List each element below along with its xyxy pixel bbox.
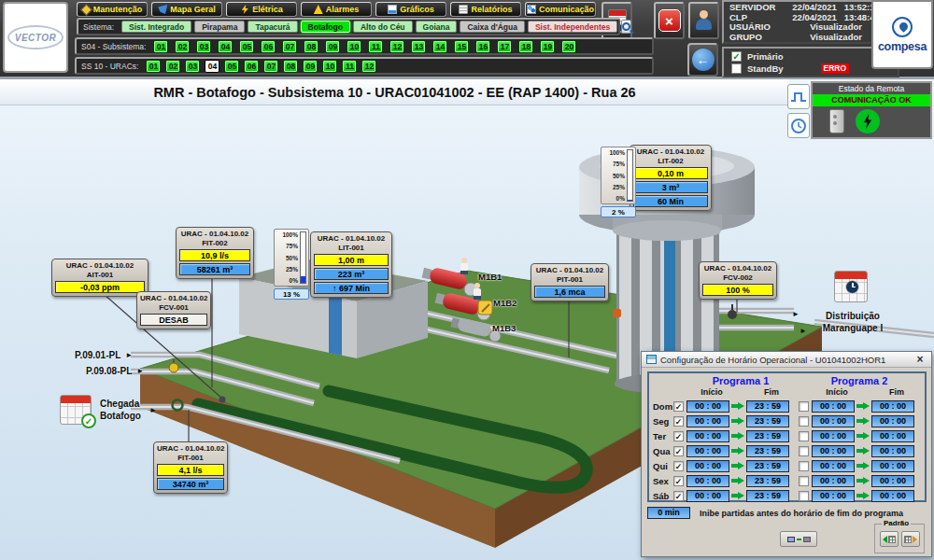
instrument-fit-002[interactable]: URAC - 01.04.10.02FIT-00210,9 l/s58261 m… — [176, 227, 254, 279]
system-tab-pirapama[interactable]: Pirapama — [194, 21, 245, 33]
p2-start-field[interactable]: 00 : 00 — [812, 430, 855, 442]
subsystem-16[interactable]: 16 — [475, 40, 490, 53]
send-to-plc-button[interactable] — [780, 531, 817, 547]
p2-end-field[interactable]: 00 : 00 — [871, 445, 914, 457]
p2-enable-checkbox[interactable] — [799, 461, 809, 471]
urac-09[interactable]: 09 — [303, 60, 318, 73]
user-button[interactable] — [688, 2, 719, 39]
inhibit-minutes-field[interactable]: 0 min — [647, 507, 690, 519]
p1-end-field[interactable]: 23 : 59 — [746, 490, 789, 502]
system-tab-alto-do-ceu[interactable]: Alto do Céu — [353, 21, 413, 33]
p2-start-field[interactable]: 00 : 00 — [812, 415, 855, 427]
urac-10[interactable]: 10 — [322, 60, 337, 73]
p2-enable-checkbox[interactable] — [799, 401, 809, 412]
system-tab-sist-integrado[interactable]: Sist. Integrado — [121, 21, 191, 33]
p2-start-field[interactable]: 00 : 00 — [812, 460, 855, 472]
urac-08[interactable]: 08 — [283, 60, 298, 73]
subsystem-07[interactable]: 07 — [282, 40, 297, 53]
p2-end-field[interactable]: 00 : 00 — [871, 475, 914, 487]
p1-enable-checkbox[interactable]: ✓ — [673, 401, 684, 412]
subsystem-18[interactable]: 18 — [518, 40, 533, 53]
p2-enable-checkbox[interactable] — [799, 416, 809, 427]
menu-mapa-geral[interactable]: Mapa Geral — [151, 2, 222, 17]
dialog-titlebar[interactable]: Configuração de Horário Operacional - U0… — [642, 352, 931, 368]
system-tab-sist-independentes[interactable]: Sist. Independentes — [528, 21, 617, 33]
p1-enable-checkbox[interactable]: ✓ — [673, 491, 684, 501]
p1-end-field[interactable]: 23 : 59 — [746, 445, 789, 457]
p1-enable-checkbox[interactable]: ✓ — [673, 476, 684, 486]
instrument-fit-001[interactable]: URAC - 01.04.10.02FIT-0014,1 l/s34740 m³ — [153, 441, 228, 494]
p2-start-field[interactable]: 00 : 00 — [812, 400, 855, 413]
system-tab-tapacura[interactable]: Tapacurá — [248, 21, 297, 33]
load-default-button[interactable] — [880, 531, 899, 547]
urac-02[interactable]: 02 — [165, 60, 180, 73]
urac-01[interactable]: 01 — [146, 60, 161, 73]
p2-start-field[interactable]: 00 : 00 — [812, 445, 855, 457]
p1-start-field[interactable]: 00 : 00 — [686, 415, 729, 427]
menu-alarmes[interactable]: Alarmes — [301, 2, 372, 17]
p1-enable-checkbox[interactable]: ✓ — [673, 446, 684, 456]
urac-03[interactable]: 03 — [185, 60, 200, 73]
p1-enable-checkbox[interactable]: ✓ — [673, 431, 684, 441]
urac-12[interactable]: 12 — [361, 60, 376, 73]
schedule-calendar-icon[interactable] — [834, 271, 868, 302]
p2-start-field[interactable]: 00 : 00 — [812, 475, 855, 487]
subsystem-01[interactable]: 01 — [153, 40, 168, 53]
exit-button[interactable]: × — [654, 2, 685, 39]
p1-start-field[interactable]: 00 : 00 — [686, 460, 729, 472]
system-tab-goiana[interactable]: Goiana — [416, 21, 458, 33]
p1-enable-checkbox[interactable]: ✓ — [673, 461, 684, 471]
urac-04[interactable]: 04 — [205, 60, 219, 73]
back-button[interactable]: ← — [687, 43, 718, 77]
p2-end-field[interactable]: 00 : 00 — [871, 415, 914, 427]
subsystem-08[interactable]: 08 — [304, 40, 318, 53]
p2-start-field[interactable]: 00 : 00 — [812, 490, 855, 502]
standby-checkbox[interactable] — [731, 63, 742, 74]
subsystem-09[interactable]: 09 — [325, 40, 340, 53]
p1-enable-checkbox[interactable]: ✓ — [673, 416, 684, 427]
trend-button[interactable] — [787, 84, 810, 109]
menu-eletrica[interactable]: Elétrica — [226, 2, 297, 17]
schedule-button[interactable] — [787, 113, 810, 138]
schedule-calendar-icon[interactable]: ✓ — [60, 395, 92, 425]
p1-start-field[interactable]: 00 : 00 — [686, 475, 729, 487]
subsystem-20[interactable]: 20 — [561, 40, 576, 53]
p2-enable-checkbox[interactable] — [799, 491, 809, 501]
p1-start-field[interactable]: 00 : 00 — [686, 400, 729, 413]
urac-06[interactable]: 06 — [244, 60, 259, 73]
primario-checkbox[interactable]: ✓ — [731, 51, 742, 62]
p2-end-field[interactable]: 00 : 00 — [871, 400, 914, 413]
instrument-lit-001[interactable]: URAC - 01.04.10.02LIT-0011,00 m223 m³↑ 6… — [310, 231, 392, 298]
menu-comunicacao[interactable]: Comunicação — [525, 2, 596, 17]
p1-end-field[interactable]: 23 : 59 — [746, 460, 789, 472]
p2-enable-checkbox[interactable] — [799, 476, 809, 486]
p1-end-field[interactable]: 23 : 59 — [746, 400, 789, 413]
subsystem-15[interactable]: 15 — [454, 40, 469, 53]
subsystem-19[interactable]: 19 — [540, 40, 555, 53]
subsystem-11[interactable]: 11 — [368, 40, 383, 53]
subsystem-04[interactable]: 04 — [218, 40, 233, 53]
p2-end-field[interactable]: 00 : 00 — [871, 490, 914, 502]
instrument-lit-002[interactable]: URAC - 01.04.10.02LIT-0020,10 m3 m³60 Mi… — [630, 145, 712, 211]
menu-manutencao[interactable]: Manutenção — [77, 2, 148, 17]
subsystem-14[interactable]: 14 — [432, 40, 447, 53]
save-default-button[interactable] — [901, 531, 920, 547]
p2-enable-checkbox[interactable] — [799, 446, 809, 456]
subsystem-17[interactable]: 17 — [497, 40, 512, 53]
subsystem-02[interactable]: 02 — [175, 40, 190, 53]
p1-start-field[interactable]: 00 : 00 — [686, 430, 729, 442]
instrument-pit-001[interactable]: URAC - 01.04.10.02PIT-0011,6 mca — [531, 263, 609, 301]
p2-enable-checkbox[interactable] — [799, 431, 809, 441]
p1-end-field[interactable]: 23 : 59 — [746, 475, 789, 487]
p2-end-field[interactable]: 00 : 00 — [871, 460, 914, 472]
instrument-fcv-002[interactable]: URAC - 01.04.10.02FCV-002100 % — [699, 261, 777, 300]
system-tab-caixa-dagua[interactable]: Caixa d'Água — [460, 21, 525, 33]
urac-05[interactable]: 05 — [224, 60, 239, 73]
subsystem-05[interactable]: 05 — [239, 40, 254, 53]
subsystem-10[interactable]: 10 — [347, 40, 361, 53]
subsystem-12[interactable]: 12 — [389, 40, 404, 53]
p1-end-field[interactable]: 23 : 59 — [746, 430, 789, 442]
urac-07[interactable]: 07 — [263, 60, 278, 73]
subsystem-03[interactable]: 03 — [196, 40, 211, 53]
urac-11[interactable]: 11 — [342, 60, 357, 73]
